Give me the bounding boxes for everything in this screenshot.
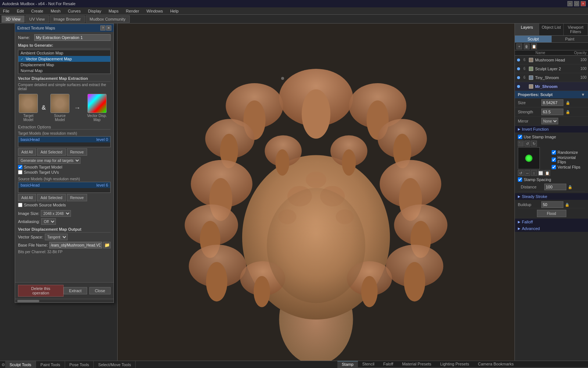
stamp-ctrl-2[interactable]: ↺ <box>524 141 530 146</box>
layer-copy-btn[interactable]: 📋 <box>531 43 537 49</box>
menu-display[interactable]: Display <box>86 8 103 14</box>
smooth-uvs-check[interactable] <box>18 170 22 174</box>
stamp-distance-input[interactable] <box>544 184 566 190</box>
size-lock-icon[interactable]: 🔒 <box>566 101 570 105</box>
source-add-all-btn[interactable]: Add All <box>18 194 36 201</box>
map-displacement[interactable]: Displacement Map <box>18 62 110 68</box>
layer-vis-1[interactable] <box>516 58 521 62</box>
layer-mr-shroom[interactable]: Mr_Shroom <box>515 82 588 91</box>
menu-curves[interactable]: Curves <box>67 8 82 14</box>
stamp-ctrl-8[interactable]: 📋 <box>544 170 550 176</box>
layer-vis-4[interactable] <box>516 84 521 89</box>
layer-sculpt-2[interactable]: 6 Sculpt Layer 2 100 <box>515 64 588 73</box>
viewport[interactable] <box>118 24 514 361</box>
menu-help[interactable]: Help <box>169 8 180 14</box>
stamp-ctrl-1[interactable]: ⬛ <box>518 141 524 146</box>
menu-maps[interactable]: Maps <box>107 8 120 14</box>
stamp-ctrl-7[interactable]: ⬜ <box>538 170 544 176</box>
folder-browse-btn[interactable]: 📁 <box>103 242 111 248</box>
stamp-ctrl-5[interactable]: ↔ <box>524 170 530 176</box>
stamp-tab-camera[interactable]: Camera Bookmarks <box>474 361 518 367</box>
source-remove-btn[interactable]: Remove <box>67 194 87 201</box>
prop-expand-btn[interactable]: ▼ <box>581 92 585 97</box>
flood-btn[interactable]: Flood <box>537 210 566 217</box>
mirror-select[interactable]: None X Y Z <box>541 118 558 124</box>
minimize-btn[interactable]: − <box>567 1 573 6</box>
v-flips-check[interactable] <box>552 165 556 169</box>
target-remove-btn[interactable]: Remove <box>67 148 87 156</box>
target-add-all-btn[interactable]: Add All <box>18 148 36 156</box>
layer-vis-2[interactable] <box>516 67 521 71</box>
menu-create[interactable]: Create <box>30 8 45 14</box>
buildup-input[interactable] <box>541 201 563 208</box>
tool-tab-pose[interactable]: Pose Tools <box>65 361 94 368</box>
dialog-help-btn[interactable]: ? <box>100 25 105 31</box>
map-ambient-occlusion[interactable]: Ambient Occlusion Map <box>18 50 110 56</box>
map-normal[interactable]: Normal Map <box>18 68 110 74</box>
menu-render[interactable]: Render <box>124 8 140 14</box>
stamp-tab-stamp[interactable]: Stamp <box>337 361 358 367</box>
subtab-sculpt[interactable]: Sculpt <box>515 36 552 42</box>
layer-vis-3[interactable] <box>516 75 521 80</box>
layer-tiny-shroom[interactable]: 6 Tiny_Shroom 100 <box>515 73 588 82</box>
stamp-distance-lock[interactable]: 🔒 <box>568 185 572 189</box>
layer-add-btn[interactable]: + <box>516 43 522 49</box>
name-input[interactable] <box>34 34 111 41</box>
stamp-ctrl-3[interactable]: ↻ <box>531 141 537 146</box>
h-flips-check[interactable] <box>552 158 556 162</box>
falloff-section[interactable]: ▶ Falloff <box>515 219 588 225</box>
steady-stroke-section[interactable]: ▶ Steady Stroke <box>515 193 588 200</box>
dialog-close-footer-btn[interactable]: Close <box>89 287 111 294</box>
maximize-btn[interactable]: □ <box>574 1 579 6</box>
hscroll-thumb[interactable] <box>17 300 39 302</box>
generate-map-select[interactable]: Generate one map for all targets <box>18 157 80 164</box>
source-add-selected-btn[interactable]: Add Selected <box>37 194 66 201</box>
base-file-input[interactable] <box>49 242 102 248</box>
tool-tab-paint[interactable]: Paint Tools <box>36 361 65 368</box>
tab-uvview[interactable]: UV View <box>25 15 49 23</box>
target-add-selected-btn[interactable]: Add Selected <box>37 148 66 156</box>
dialog-close-btn[interactable]: ✕ <box>106 25 111 31</box>
size-input[interactable] <box>541 99 563 106</box>
stamp-ctrl-6[interactable]: ↕ <box>531 170 537 176</box>
menu-mesh[interactable]: Mesh <box>49 8 62 14</box>
tab-object-list[interactable]: Object List <box>539 24 563 35</box>
dialog-titlebar[interactable]: Extract Texture Maps ? ✕ <box>15 24 114 32</box>
extract-btn[interactable]: Extract <box>64 287 87 294</box>
buildup-lock[interactable]: 🔒 <box>565 203 569 207</box>
randomize-check[interactable] <box>552 150 556 155</box>
layer-mushroom-head[interactable]: 6 Mushroom Head 100 <box>515 56 588 64</box>
stamp-spacing-check[interactable] <box>518 177 522 182</box>
smooth-source-check[interactable] <box>18 203 22 207</box>
source-model-item[interactable]: basicHead level 6 <box>18 182 110 188</box>
tab-viewport-filters[interactable]: Viewport Filters <box>564 24 588 35</box>
menu-file[interactable]: File <box>1 8 11 14</box>
use-stamp-check[interactable] <box>518 135 522 139</box>
image-size-select[interactable]: 2048 x 2048 1024 x 1024 4096 x 4096 <box>41 210 71 217</box>
menu-edit[interactable]: Edit <box>15 8 25 14</box>
advanced-section[interactable]: ▶ Advanced <box>515 225 588 232</box>
close-btn[interactable]: ✕ <box>581 1 586 6</box>
tab-mudbox-community[interactable]: Mudbox Community <box>86 15 130 23</box>
stamp-ctrl-4[interactable]: ↺ <box>518 170 524 176</box>
vector-space-select[interactable]: Tangent Object World <box>45 234 68 240</box>
map-vector-displacement[interactable]: Vector Displacement Map <box>18 56 110 62</box>
delete-operation-btn[interactable]: Delete this operation <box>18 285 64 297</box>
tool-tab-select[interactable]: Select/Move Tools <box>94 361 136 368</box>
tab-3dview[interactable]: 3D View <box>1 15 25 23</box>
tool-tab-sculpt[interactable]: Sculpt Tools <box>5 361 36 368</box>
target-model-item[interactable]: basicHead level 0 <box>18 137 110 142</box>
strength-lock-icon[interactable]: 🔒 <box>566 110 570 114</box>
antialiasing-select[interactable]: Off 2x 4x <box>41 218 56 225</box>
tool-settings-btn[interactable]: ⚙ <box>0 362 5 367</box>
menu-windows[interactable]: Windows <box>145 8 165 14</box>
stamp-tab-stencil[interactable]: Stencil <box>358 361 379 367</box>
strength-input[interactable] <box>541 109 563 115</box>
subtab-paint[interactable]: Paint <box>552 36 588 42</box>
stamp-tab-falloff[interactable]: Faloff <box>379 361 398 367</box>
dialog-hscroll[interactable] <box>15 299 114 302</box>
layer-delete-btn[interactable]: 🗑 <box>524 43 530 49</box>
tab-layers[interactable]: Layers <box>515 24 539 35</box>
invert-section[interactable]: ▶ Invert Function <box>515 126 588 132</box>
tab-image-browser[interactable]: Image Browser <box>50 15 85 23</box>
